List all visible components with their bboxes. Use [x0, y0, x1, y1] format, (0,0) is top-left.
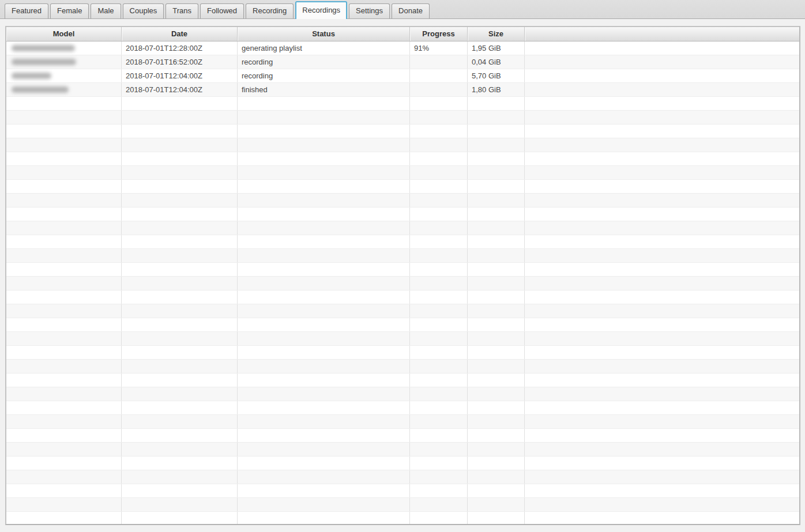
model-cell: [6, 415, 122, 428]
size-cell: [468, 124, 525, 138]
date-cell: [122, 318, 238, 331]
status-cell: [238, 443, 410, 456]
model-cell: [6, 207, 122, 221]
date-cell: [122, 387, 238, 401]
filler-cell: [525, 443, 799, 456]
redacted-model-name: [12, 86, 69, 93]
status-cell: [238, 166, 410, 179]
filler-cell: [525, 55, 799, 69]
model-cell: [6, 346, 122, 359]
tab-bar: FeaturedFemaleMaleCouplesTransFollowedRe…: [0, 0, 805, 19]
date-cell: [122, 484, 238, 497]
model-cell: [6, 41, 122, 55]
column-header-model[interactable]: Model: [6, 27, 122, 41]
status-cell: recording: [238, 69, 410, 82]
status-cell: [238, 332, 410, 345]
model-cell: [6, 290, 122, 304]
progress-cell: [410, 235, 468, 248]
model-cell: [6, 55, 122, 69]
status-cell: generating playlist: [238, 41, 410, 55]
column-header-status[interactable]: Status: [238, 27, 410, 41]
progress-cell: [410, 387, 468, 401]
tab-featured[interactable]: Featured: [5, 3, 48, 18]
recording-row[interactable]: 2018-07-01T12:04:00Zfinished1,80 GiB: [6, 83, 799, 97]
tab-donate[interactable]: Donate: [392, 3, 430, 18]
column-header-size[interactable]: Size: [468, 27, 525, 41]
status-cell: [238, 401, 410, 414]
empty-row: [6, 484, 799, 498]
tab-male[interactable]: Male: [91, 3, 121, 18]
size-cell: [468, 512, 525, 525]
model-cell: [6, 360, 122, 373]
empty-row: [6, 456, 799, 470]
date-cell: 2018-07-01T12:04:00Z: [122, 69, 238, 82]
tab-recordings[interactable]: Recordings: [295, 1, 347, 19]
date-cell: [122, 443, 238, 456]
column-header-blank[interactable]: [525, 27, 799, 41]
empty-row: [6, 443, 799, 456]
column-header-progress[interactable]: Progress: [410, 27, 468, 41]
date-cell: [122, 429, 238, 442]
date-cell: [122, 166, 238, 179]
status-cell: [238, 318, 410, 331]
size-cell: [468, 498, 525, 511]
size-cell: [468, 207, 525, 221]
filler-cell: [525, 387, 799, 401]
status-cell: [238, 180, 410, 193]
size-cell: [468, 166, 525, 179]
size-cell: [468, 346, 525, 359]
date-cell: 2018-07-01T12:04:00Z: [122, 83, 238, 96]
size-cell: [468, 318, 525, 331]
size-cell: [468, 360, 525, 373]
size-cell: [468, 111, 525, 124]
recording-row[interactable]: 2018-07-01T12:28:00Zgenerating playlist9…: [6, 41, 799, 55]
recording-row[interactable]: 2018-07-01T12:04:00Zrecording5,70 GiB: [6, 69, 799, 83]
tab-followed[interactable]: Followed: [200, 3, 244, 18]
filler-cell: [525, 484, 799, 497]
empty-row: [6, 111, 799, 124]
progress-cell: [410, 415, 468, 428]
date-cell: [122, 194, 238, 207]
status-cell: [238, 484, 410, 497]
model-cell: [6, 387, 122, 401]
filler-cell: [525, 69, 799, 82]
size-cell: [468, 263, 525, 276]
tab-trans[interactable]: Trans: [165, 3, 198, 18]
filler-cell: [525, 456, 799, 470]
date-cell: [122, 263, 238, 276]
date-cell: [122, 304, 238, 318]
status-cell: [238, 429, 410, 442]
status-cell: [238, 387, 410, 401]
progress-cell: [410, 194, 468, 207]
tab-couples[interactable]: Couples: [123, 3, 164, 18]
model-cell: [6, 512, 122, 525]
status-cell: finished: [238, 83, 410, 96]
empty-row: [6, 194, 799, 207]
model-cell: [6, 235, 122, 248]
size-cell: [468, 138, 525, 152]
date-cell: 2018-07-01T16:52:00Z: [122, 55, 238, 69]
tab-female[interactable]: Female: [50, 3, 89, 18]
column-header-date[interactable]: Date: [122, 27, 238, 41]
empty-row: [6, 277, 799, 290]
model-cell: [6, 318, 122, 331]
status-cell: [238, 512, 410, 525]
recording-row[interactable]: 2018-07-01T16:52:00Zrecording0,04 GiB: [6, 55, 799, 69]
status-cell: [238, 360, 410, 373]
model-cell: [6, 83, 122, 96]
model-cell: [6, 166, 122, 179]
progress-cell: [410, 512, 468, 525]
progress-cell: [410, 401, 468, 414]
progress-cell: [410, 360, 468, 373]
tab-settings[interactable]: Settings: [349, 3, 390, 18]
tab-recording[interactable]: Recording: [246, 3, 294, 18]
status-cell: [238, 138, 410, 152]
status-cell: [238, 277, 410, 290]
filler-cell: [525, 332, 799, 345]
status-cell: [238, 470, 410, 484]
filler-cell: [525, 498, 799, 511]
progress-cell: 91%: [410, 41, 468, 55]
filler-cell: [525, 415, 799, 428]
progress-cell: [410, 498, 468, 511]
model-cell: [6, 263, 122, 276]
